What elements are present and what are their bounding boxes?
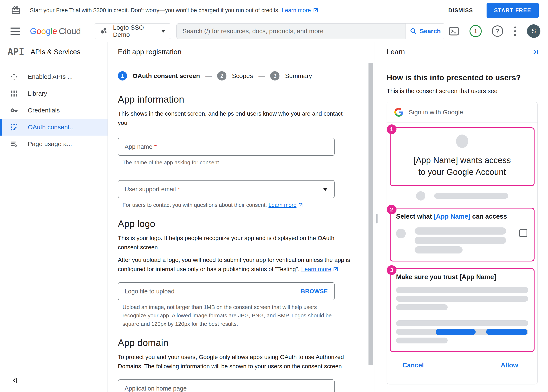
app-logo-learn-more-link[interactable]: Learn more	[301, 266, 331, 273]
step-1-label[interactable]: OAuth consent screen	[133, 72, 200, 79]
application-home-page-field[interactable]: Application home page	[118, 379, 335, 392]
project-name: Logto SSO Demo	[113, 24, 156, 38]
user-support-email-field[interactable]: User support email *	[118, 180, 335, 198]
placeholder-bar	[396, 304, 448, 310]
placeholder-bar	[415, 227, 506, 235]
top-bar: GoogleCloud Logto SSO Demo Search	[0, 21, 548, 42]
support-email-helper: For users to contact you with questions …	[123, 201, 333, 209]
start-free-button[interactable]: START FREE	[487, 3, 539, 18]
page-title: Edit app registration	[118, 48, 181, 56]
user-avatar-placeholder	[416, 191, 425, 201]
chevron-down-icon	[161, 30, 166, 33]
help-icon[interactable]: ?	[492, 25, 503, 37]
step-3-circle[interactable]: 3	[270, 71, 280, 81]
step-connector: —	[205, 72, 212, 79]
learn-title: Learn	[387, 48, 405, 56]
placeholder-bar-with-links	[396, 329, 528, 335]
dismiss-button[interactable]: DISMISS	[448, 7, 473, 14]
placeholder-bar	[396, 320, 528, 326]
panel-resize-handle[interactable]	[376, 214, 378, 224]
app-name-field[interactable]: App name *	[118, 138, 335, 156]
key-icon	[10, 106, 18, 114]
learn-heading: How is this info presented to users?	[387, 73, 537, 82]
project-hexagons-icon	[100, 27, 108, 35]
google-cloud-logo[interactable]: GoogleCloud	[30, 26, 81, 36]
app-name-helper: The name of the app asking for consent	[123, 158, 333, 167]
search-input[interactable]	[177, 28, 405, 35]
logo-upload-field[interactable]: Logo file to upload BROWSE	[118, 282, 335, 300]
notifications-badge[interactable]: 1	[469, 25, 482, 37]
sidebar-item-enabled-apis[interactable]: Enabled APIs ...	[0, 68, 108, 85]
avatar[interactable]: S	[527, 24, 541, 38]
placeholder-bar	[396, 287, 528, 293]
app-information-heading: App information	[118, 94, 349, 105]
sign-in-with-google-label: Sign in with Google	[409, 109, 463, 116]
annotation-box-2: 2 Select what [App Name] can access	[390, 208, 534, 261]
app-logo-description-2: After you upload a logo, you will need t…	[118, 255, 353, 274]
placeholder-bar	[415, 237, 506, 244]
sidebar-item-oauth-consent[interactable]: OAuth consent...	[0, 119, 108, 136]
search-icon	[410, 28, 417, 35]
annotation-badge-2: 2	[387, 205, 397, 214]
user-email-placeholder-bar	[434, 193, 508, 199]
dropdown-caret-icon[interactable]	[323, 188, 328, 191]
placeholder-bar	[415, 246, 462, 253]
banner-message: Start your Free Trial with $300 in credi…	[30, 7, 318, 14]
sidebar-nav: Enabled APIs ... Library Credentials	[0, 62, 108, 377]
app-logo-description-1: This is your logo. It helps people recog…	[118, 233, 353, 252]
consent-title-placeholder: [App Name] wants access to your Google A…	[395, 154, 529, 178]
cloud-shell-icon[interactable]	[448, 26, 459, 37]
browse-button[interactable]: BROWSE	[301, 288, 328, 295]
sidebar-title: APIs & Services	[30, 48, 80, 56]
annotation-box-3: 3 Make sure you trust [App Name]	[390, 268, 534, 352]
consent-preview-header: Sign in with Google	[387, 102, 537, 123]
oauth-consent-icon	[10, 123, 18, 131]
learn-panel: Learn How is this info presented to user…	[375, 42, 548, 392]
required-asterisk: *	[154, 143, 157, 150]
main-scrollbar[interactable]	[368, 63, 373, 365]
placeholder-bar	[396, 296, 528, 302]
step-2-circle[interactable]: 2	[217, 71, 226, 81]
sidebar: API APIs & Services Enabled APIs ... Lib…	[0, 42, 108, 392]
external-link-icon	[333, 266, 339, 272]
link-placeholder-pill	[436, 329, 476, 335]
step-1-circle[interactable]: 1	[118, 71, 127, 81]
trust-title-placeholder: Make sure you trust [App Name]	[396, 273, 528, 281]
cancel-label: Cancel	[402, 362, 424, 369]
consent-actions-placeholder: Cancel Allow	[390, 352, 534, 369]
link-placeholder-pill	[486, 329, 527, 335]
menu-icon[interactable]	[11, 28, 20, 35]
stepper: 1 OAuth consent screen — 2 Scopes — 3 Su…	[118, 71, 349, 81]
step-2-label[interactable]: Scopes	[232, 72, 253, 79]
sidebar-item-page-usage[interactable]: Page usage a...	[0, 136, 108, 152]
support-email-learn-more-link[interactable]: Learn more	[268, 201, 296, 209]
more-options-icon[interactable]	[513, 26, 517, 37]
sidebar-item-library[interactable]: Library	[0, 85, 108, 102]
collapse-learn-panel-icon[interactable]	[531, 48, 539, 56]
library-icon	[10, 90, 18, 97]
learn-title-bar: Learn	[375, 42, 548, 62]
global-search: Search	[176, 23, 445, 39]
step-3-label[interactable]: Summary	[285, 72, 312, 79]
google-cloud-console: Start your Free Trial with $300 in credi…	[0, 0, 548, 392]
allow-label: Allow	[501, 362, 518, 369]
search-button[interactable]: Search	[405, 24, 445, 39]
scope-icon-placeholder	[396, 229, 406, 238]
scope-checkbox-placeholder	[519, 229, 527, 237]
enabled-apis-icon	[10, 73, 18, 81]
edit-app-registration-form: 1 OAuth consent screen — 2 Scopes — 3 Su…	[108, 62, 375, 392]
project-selector[interactable]: Logto SSO Demo	[94, 23, 171, 39]
gift-icon	[11, 6, 21, 15]
learn-subheading: This is the consent screen that users se…	[387, 88, 537, 95]
required-asterisk: *	[178, 186, 180, 193]
external-link-icon	[298, 203, 303, 208]
search-field-zone[interactable]	[177, 24, 405, 39]
api-logo: API	[7, 46, 24, 57]
sidebar-item-credentials[interactable]: Credentials	[0, 102, 108, 119]
collapse-sidebar-icon[interactable]	[0, 377, 108, 392]
app-logo-placeholder	[456, 134, 468, 148]
logo-upload-helper: Upload an image, not larger than 1MB on …	[123, 303, 333, 328]
banner-learn-more-link[interactable]: Learn more	[282, 7, 311, 14]
scopes-title-placeholder: Select what [App Name] can access	[396, 213, 528, 220]
placeholder-bar	[396, 337, 448, 343]
